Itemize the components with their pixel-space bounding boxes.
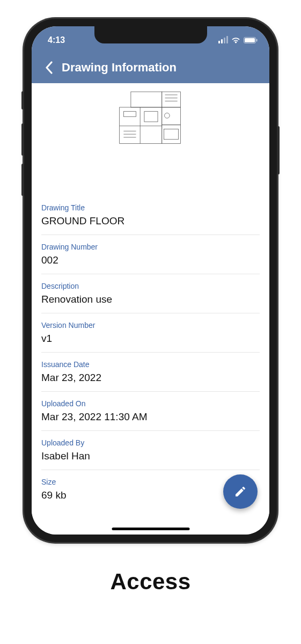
volume-down-button (21, 164, 24, 196)
field-drawing-number: Drawing Number 002 (41, 235, 260, 274)
field-label: Version Number (41, 321, 260, 330)
phone-screen: 4:13 Drawing Information (32, 26, 269, 535)
field-value: v1 (41, 333, 260, 345)
volume-up-button (21, 123, 24, 156)
svg-rect-10 (123, 112, 136, 117)
svg-rect-16 (164, 129, 179, 139)
floorplan-thumbnail (114, 89, 187, 153)
field-label: Uploaded By (41, 438, 260, 447)
field-label: Description (41, 282, 260, 290)
power-button (277, 126, 280, 174)
chevron-left-icon (45, 61, 53, 74)
svg-rect-11 (144, 112, 158, 122)
field-label: Drawing Number (41, 243, 260, 251)
home-indicator[interactable] (112, 528, 189, 530)
field-value: Isabel Han (41, 450, 260, 462)
svg-point-15 (165, 113, 170, 119)
field-drawing-title: Drawing Title GROUND FLOOR (41, 196, 260, 235)
edit-fab-button[interactable] (223, 474, 258, 509)
drawing-preview[interactable] (32, 83, 269, 196)
field-issuance-date: Issuance Date Mar 23, 2022 (41, 353, 260, 392)
field-value: 002 (41, 254, 260, 266)
status-icons (218, 37, 258, 43)
field-label: Issuance Date (41, 360, 260, 369)
field-uploaded-on: Uploaded On Mar 23, 2022 11:30 AM (41, 392, 260, 431)
wifi-icon (231, 37, 240, 43)
svg-rect-5 (120, 107, 162, 144)
field-version-number: Version Number v1 (41, 313, 260, 353)
field-label: Drawing Title (41, 203, 260, 212)
battery-icon (244, 37, 258, 43)
field-uploaded-by: Uploaded By Isabel Han (41, 431, 260, 470)
svg-rect-1 (245, 38, 255, 42)
field-value: GROUND FLOOR (41, 215, 260, 227)
field-value: Mar 23, 2022 (41, 372, 260, 384)
caption: Access (0, 569, 301, 595)
pencil-icon (234, 485, 247, 498)
field-description: Description Renovation use (41, 274, 260, 313)
phone-frame: 4:13 Drawing Information (24, 19, 277, 542)
back-button[interactable] (40, 57, 57, 78)
content-area: Drawing Title GROUND FLOOR Drawing Numbe… (32, 83, 269, 535)
app-header: Drawing Information (32, 52, 269, 83)
field-value: Renovation use (41, 294, 260, 305)
status-time: 4:13 (48, 35, 65, 45)
svg-rect-2 (256, 39, 258, 42)
mute-switch (21, 91, 24, 109)
signal-icon (218, 37, 228, 43)
svg-rect-4 (162, 92, 181, 107)
svg-rect-3 (131, 92, 162, 107)
field-label: Uploaded On (41, 399, 260, 408)
page-title: Drawing Information (62, 61, 177, 75)
svg-rect-7 (162, 125, 181, 144)
notch (94, 26, 207, 43)
field-value: Mar 23, 2022 11:30 AM (41, 411, 260, 423)
details-list: Drawing Title GROUND FLOOR Drawing Numbe… (32, 196, 269, 509)
